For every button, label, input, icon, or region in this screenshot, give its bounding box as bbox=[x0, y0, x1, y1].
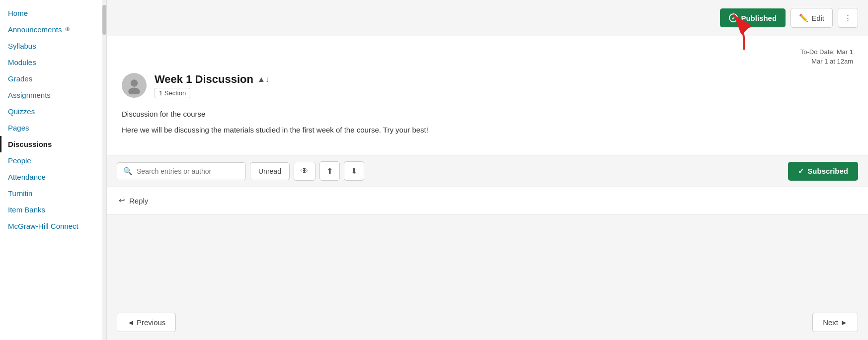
sidebar: Home Announcements 👁 Syllabus Modules Gr… bbox=[0, 0, 107, 340]
edit-button[interactable]: ✏️ Edit bbox=[790, 8, 833, 28]
sidebar-item-label: Discussions bbox=[8, 140, 52, 148]
sidebar-item-label: Item Banks bbox=[8, 205, 45, 214]
search-input[interactable] bbox=[137, 167, 239, 175]
edit-label: Edit bbox=[811, 14, 824, 22]
reply-arrow-icon: ↩ bbox=[119, 196, 125, 205]
reply-label: Reply bbox=[129, 197, 148, 205]
search-icon: 🔍 bbox=[123, 167, 133, 176]
discussion-toolbar: 🔍 Unread 👁 ⬆ ⬇ ✓ Subscribed bbox=[107, 155, 868, 187]
ellipsis-icon: ⋮ bbox=[844, 13, 852, 22]
sidebar-item-label: Turnitin bbox=[8, 189, 32, 198]
previous-label: ◄ Previous bbox=[127, 318, 165, 327]
sidebar-item-pages[interactable]: Pages bbox=[0, 120, 106, 136]
unread-button[interactable]: Unread bbox=[250, 162, 290, 180]
sidebar-item-label: Home bbox=[8, 9, 28, 17]
sidebar-item-label: People bbox=[8, 156, 31, 165]
sidebar-item-item-banks[interactable]: Item Banks bbox=[0, 202, 106, 218]
sidebar-item-label: Announcements bbox=[8, 25, 62, 34]
sidebar-item-label: Modules bbox=[8, 58, 36, 67]
spacer bbox=[107, 214, 868, 305]
body-line-2: Here we will be discussing the materials… bbox=[122, 124, 853, 136]
pagination-bar: ◄ Previous Next ► bbox=[107, 305, 868, 340]
sidebar-item-discussions[interactable]: Discussions bbox=[0, 136, 106, 152]
sidebar-item-label: Pages bbox=[8, 124, 29, 132]
download-icon: ⬇ bbox=[351, 167, 357, 175]
todo-date: To-Do Date: Mar 1 bbox=[122, 48, 853, 56]
header-bar: ✓ Published ✏️ Edit ⋮ bbox=[107, 0, 868, 36]
check-circle-icon: ✓ bbox=[729, 13, 738, 22]
sidebar-item-home[interactable]: Home bbox=[0, 5, 106, 21]
discussion-header: Week 1 Discussion ▲↓ 1 Section bbox=[122, 73, 853, 98]
previous-button[interactable]: ◄ Previous bbox=[117, 313, 176, 332]
section-badge: 1 Section bbox=[155, 88, 190, 98]
sidebar-item-assignments[interactable]: Assignments bbox=[0, 87, 106, 103]
sidebar-item-attendance[interactable]: Attendance bbox=[0, 169, 106, 185]
discussion-content: To-Do Date: Mar 1 Mar 1 at 12am Week 1 D… bbox=[107, 36, 868, 155]
subscribed-label: Subscribed bbox=[807, 167, 848, 175]
sidebar-item-grades[interactable]: Grades bbox=[0, 70, 106, 87]
reply-section[interactable]: ↩ Reply bbox=[107, 187, 868, 214]
search-input-wrap[interactable]: 🔍 bbox=[117, 162, 246, 180]
svg-point-1 bbox=[131, 79, 138, 86]
sidebar-item-people[interactable]: People bbox=[0, 152, 106, 169]
sidebar-item-mcgraw-hill[interactable]: McGraw-Hill Connect bbox=[0, 218, 106, 234]
sidebar-item-modules[interactable]: Modules bbox=[0, 54, 106, 70]
sidebar-item-announcements[interactable]: Announcements 👁 bbox=[0, 21, 106, 38]
eye-toggle-button[interactable]: 👁 bbox=[294, 162, 316, 181]
sidebar-item-label: Syllabus bbox=[8, 42, 36, 50]
subscribed-button[interactable]: ✓ Subscribed bbox=[788, 162, 858, 181]
discussion-title-area: Week 1 Discussion ▲↓ 1 Section bbox=[155, 73, 269, 98]
discussion-title: Week 1 Discussion ▲↓ bbox=[155, 73, 269, 86]
check-icon: ✓ bbox=[798, 167, 804, 176]
unread-label: Unread bbox=[258, 167, 281, 175]
avatar bbox=[122, 73, 147, 98]
sidebar-item-label: Assignments bbox=[8, 91, 51, 99]
eye-icon: 👁 bbox=[65, 26, 71, 33]
pencil-icon: ✏️ bbox=[799, 13, 808, 22]
sidebar-item-turnitin[interactable]: Turnitin bbox=[0, 185, 106, 202]
sort-icons: ▲↓ bbox=[257, 75, 269, 84]
sidebar-item-label: Quizzes bbox=[8, 107, 35, 116]
sort-down-button[interactable]: ⬇ bbox=[344, 161, 364, 181]
svg-point-2 bbox=[128, 88, 140, 95]
sidebar-item-quizzes[interactable]: Quizzes bbox=[0, 103, 106, 120]
published-button[interactable]: ✓ Published bbox=[720, 8, 786, 27]
next-button[interactable]: Next ► bbox=[812, 313, 858, 332]
sidebar-item-label: McGraw-Hill Connect bbox=[8, 222, 79, 230]
todo-time: Mar 1 at 12am bbox=[122, 58, 853, 65]
next-label: Next ► bbox=[823, 318, 848, 327]
discussion-body: Discussion for the course Here we will b… bbox=[122, 108, 853, 136]
sidebar-item-syllabus[interactable]: Syllabus bbox=[0, 38, 106, 54]
sidebar-item-label: Attendance bbox=[8, 173, 46, 181]
sidebar-item-label: Grades bbox=[8, 74, 32, 83]
published-label: Published bbox=[741, 14, 777, 22]
body-line-1: Discussion for the course bbox=[122, 108, 853, 120]
sort-up-button[interactable]: ⬆ bbox=[319, 161, 340, 181]
upload-icon: ⬆ bbox=[326, 167, 333, 175]
more-options-button[interactable]: ⋮ bbox=[838, 8, 858, 28]
eye-icon: 👁 bbox=[301, 167, 309, 175]
main-content: ✓ Published ✏️ Edit ⋮ To-Do Date: Mar 1 … bbox=[107, 0, 868, 340]
